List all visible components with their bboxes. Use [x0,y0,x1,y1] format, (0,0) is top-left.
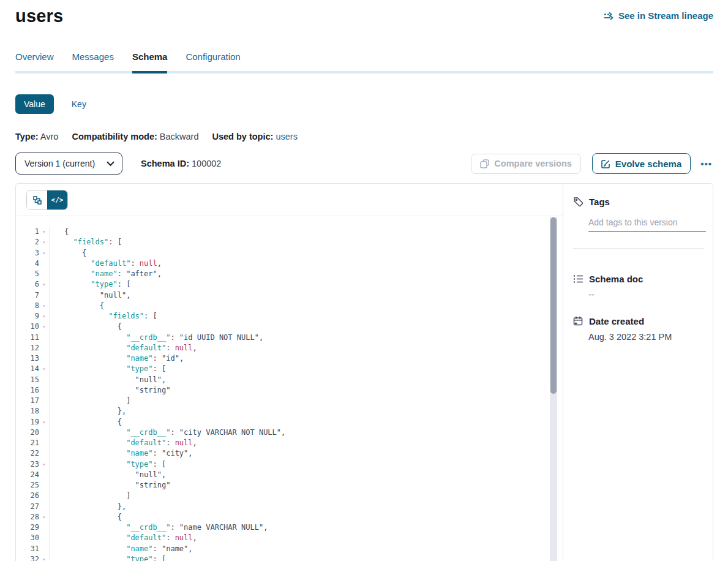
line-number: 4 [16,258,39,269]
version-select[interactable]: Version 1 (current) [15,152,122,175]
page-header: users See in Stream lineage [15,6,713,26]
fold-spacer [39,491,50,501]
code-line: 30 "default": null, [16,533,563,543]
fold-spacer [39,438,50,448]
fold-spacer [39,396,50,406]
code-view-button[interactable]: </> [47,190,67,209]
code-line: 12 "default": null, [16,343,563,353]
tree-view-button[interactable] [27,190,47,209]
line-number: 30 [16,533,39,543]
topic-link[interactable]: users [276,132,297,141]
evolve-schema-button[interactable]: Evolve schema [592,153,691,174]
code-text: { [50,322,122,332]
code-lines: 1▾{2▾ "fields": [3▾ {4 "default": null,5… [16,216,563,561]
fold-arrow-icon[interactable]: ▾ [39,279,50,290]
code-line: 4 "default": null, [16,258,563,269]
code-line: 23▾ "type": [ [16,459,563,470]
fold-arrow-icon[interactable]: ▾ [39,459,50,470]
fold-spacer [39,375,50,385]
tags-input[interactable] [588,216,706,232]
code-line: 20 "__crdb__": "city VARCHAR NOT NULL", [16,427,563,438]
fold-spacer [39,258,50,269]
compatibility-value: Backward [160,132,199,141]
code-line: 28▾ { [16,512,563,522]
code-line: 15 "null", [16,375,563,385]
code-line: 19▾ { [16,417,563,427]
tab-strip [15,71,713,73]
tab-configuration[interactable]: Configuration [186,51,240,73]
tab-overview[interactable]: Overview [15,51,54,73]
fold-spacer [39,427,50,438]
code-text: "__crdb__": "id UUID NOT NULL", [50,333,263,343]
scrollbar-thumb[interactable] [550,217,557,394]
fold-arrow-icon[interactable]: ▾ [39,512,50,522]
schema-doc-title: Schema doc [589,274,643,284]
schema-page: users See in Stream lineage Overview Mes… [0,0,728,561]
stream-lineage-label: See in Stream lineage [618,10,713,21]
code-text: "name": "city", [50,448,193,459]
fold-arrow-icon[interactable]: ▾ [39,417,50,427]
compare-versions-button[interactable]: Compare versions [471,154,581,174]
compare-versions-label: Compare versions [494,159,572,168]
fold-spacer [39,470,50,480]
code-line: 32▾ "type": [ [16,554,563,561]
line-number: 29 [16,522,39,533]
fold-spacer [39,480,50,491]
schema-doc-value: -- [588,290,707,299]
fold-spacer [39,522,50,533]
line-number: 15 [16,375,39,385]
version-select-value: Version 1 (current) [24,159,95,168]
code-line: 3▾ { [16,248,563,258]
code-text: "null", [50,375,166,385]
schema-doc-header: Schema doc [573,274,707,284]
code-text: { [50,301,104,311]
key-toggle-link[interactable]: Key [72,99,86,109]
calendar-icon [573,316,584,326]
code-text: "name": "after", [50,269,162,279]
fold-arrow-icon[interactable]: ▾ [39,227,50,237]
line-number: 9 [16,311,39,322]
code-text: "default": null, [50,258,162,269]
code-text: "type": [ [50,364,166,374]
fold-arrow-icon[interactable]: ▾ [39,237,50,247]
stream-lineage-link[interactable]: See in Stream lineage [604,10,713,21]
fold-spacer [39,502,50,512]
code-line: 31 "name": "name", [16,544,563,554]
code-text: { [50,512,122,522]
fold-arrow-icon[interactable]: ▾ [39,364,50,374]
tab-messages[interactable]: Messages [72,51,114,73]
code-text: "fields": [ [50,311,157,322]
fold-arrow-icon[interactable]: ▾ [39,311,50,322]
line-number: 1 [16,227,39,237]
stream-lineage-icon [604,12,614,20]
line-number: 28 [16,512,39,522]
fold-spacer [39,533,50,543]
code-text: "name": "name", [50,544,193,554]
line-number: 12 [16,343,39,353]
code-line: 11 "__crdb__": "id UUID NOT NULL", [16,333,563,343]
code-line: 14▾ "type": [ [16,364,563,374]
code-text: { [50,417,122,427]
fold-arrow-icon[interactable]: ▾ [39,248,50,258]
more-actions-button[interactable]: ••• [699,156,713,171]
code-text: }, [50,502,126,512]
value-toggle-button[interactable]: Value [15,94,54,114]
line-number: 17 [16,396,39,406]
fold-arrow-icon[interactable]: ▾ [39,301,50,311]
evolve-schema-label: Evolve schema [615,159,681,169]
fold-spacer [39,385,50,396]
tab-schema[interactable]: Schema [132,51,168,73]
line-number: 10 [16,322,39,332]
date-created-title: Date created [589,316,644,326]
schema-sidebar: Tags Schema doc -- [563,184,713,561]
fold-arrow-icon[interactable]: ▾ [39,322,50,332]
fold-spacer [39,406,50,416]
code-text: { [50,248,86,258]
code-line: 16 "string" [16,385,563,396]
fold-arrow-icon[interactable]: ▾ [39,554,50,561]
code-text: "null", [50,290,130,301]
type-field: Type: Avro [15,132,58,141]
code-line: 24 "null", [16,470,563,480]
code-line: 1▾{ [16,227,563,237]
code-line: 7 "null", [16,290,563,301]
